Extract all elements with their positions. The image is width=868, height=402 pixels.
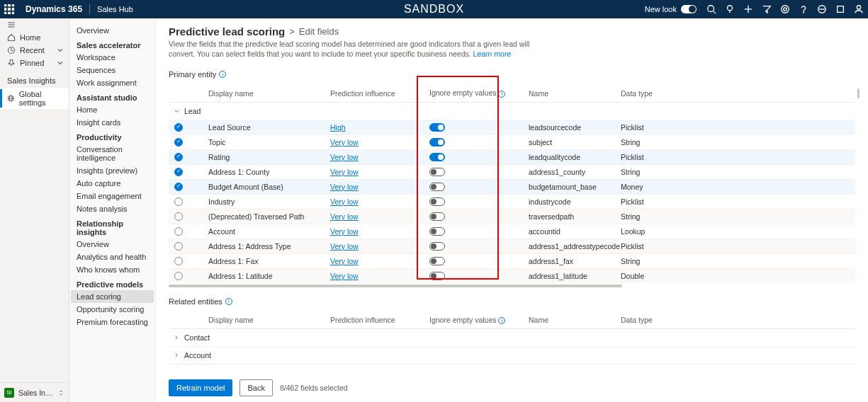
row-checkbox[interactable] <box>174 242 183 251</box>
group-row-contact[interactable]: Contact <box>169 329 855 346</box>
row-checkbox[interactable] <box>174 227 183 236</box>
subnav-opportunity-scoring[interactable]: Opportunity scoring <box>71 303 154 316</box>
field-row[interactable]: Industry Very low industrycode Picklist <box>169 194 855 209</box>
subnav-work-assignment[interactable]: Work assignment <box>71 76 154 89</box>
row-influence-link[interactable]: Very low <box>330 227 359 236</box>
group-row-lead[interactable]: Lead <box>169 103 855 120</box>
row-influence-link[interactable]: High <box>330 123 346 132</box>
info-icon[interactable]: i <box>498 317 505 324</box>
new-look-toggle[interactable]: New look <box>639 5 702 13</box>
field-row[interactable]: Rating Very low leadqualitycode Picklist <box>169 149 855 164</box>
new-look-toggle-switch[interactable] <box>681 5 697 13</box>
back-button[interactable]: Back <box>239 379 272 396</box>
row-checkbox[interactable] <box>174 257 183 265</box>
ignore-empty-toggle[interactable] <box>429 138 445 147</box>
add-icon[interactable] <box>739 0 757 18</box>
row-influence-link[interactable]: Very low <box>330 183 359 191</box>
ignore-empty-toggle[interactable] <box>429 183 445 191</box>
subnav-premium-forecasting[interactable]: Premium forecasting <box>71 316 154 328</box>
search-icon[interactable] <box>702 0 721 18</box>
subnav-overview[interactable]: Overview <box>71 24 154 37</box>
app-name[interactable]: Dynamics 365 <box>18 4 89 14</box>
row-checkbox[interactable] <box>174 212 183 221</box>
info-icon[interactable]: i <box>498 91 505 98</box>
ignore-empty-toggle[interactable] <box>429 123 445 132</box>
field-row[interactable]: Address 1: Latitude Very low address1_la… <box>169 268 855 283</box>
subnav-insight-cards[interactable]: Insight cards <box>71 116 154 129</box>
subnav-email-engagement[interactable]: Email engagement <box>71 190 154 202</box>
settings-icon[interactable] <box>776 0 794 18</box>
ignore-empty-toggle[interactable] <box>429 257 445 265</box>
row-checkbox[interactable] <box>174 123 183 132</box>
svg-rect-4 <box>9 8 10 10</box>
field-row[interactable]: Budget Amount (Base) Very low budgetamou… <box>169 179 855 194</box>
row-influence-link[interactable]: Very low <box>330 153 359 161</box>
row-influence-link[interactable]: Very low <box>330 257 359 265</box>
footer-bar: Retrain model Back 8/462 fields selected <box>169 372 855 402</box>
group-row-account[interactable]: Account <box>169 346 855 364</box>
ignore-empty-toggle[interactable] <box>429 227 445 236</box>
row-checkbox[interactable] <box>174 272 183 280</box>
screenshot-icon[interactable] <box>831 0 850 18</box>
area-switcher[interactable]: SI Sales Insights sett… <box>0 382 69 402</box>
row-checkbox[interactable] <box>174 153 183 161</box>
row-display: Account <box>188 227 330 236</box>
row-influence-link[interactable]: Very low <box>330 242 359 251</box>
field-row[interactable]: Lead Source High leadsourcecode Picklist <box>169 120 855 134</box>
subnav-workspace[interactable]: Workspace <box>71 51 154 64</box>
ignore-empty-toggle[interactable] <box>429 153 445 161</box>
info-icon[interactable]: i <box>225 298 232 305</box>
lightbulb-icon[interactable] <box>721 0 739 18</box>
subnav-rel-overview[interactable]: Overview <box>71 238 154 251</box>
support-icon[interactable] <box>813 0 831 18</box>
row-influence-link[interactable]: Very low <box>330 197 359 206</box>
row-checkbox[interactable] <box>174 197 183 206</box>
row-checkbox[interactable] <box>174 183 183 191</box>
rail-recent[interactable]: Recent <box>0 44 69 57</box>
subnav-home[interactable]: Home <box>71 103 154 116</box>
filter-icon[interactable] <box>757 0 776 18</box>
scrollbar-thumb[interactable] <box>857 88 859 98</box>
retrain-model-button[interactable]: Retrain model <box>169 379 232 396</box>
field-row[interactable]: Address 1: Fax Very low address1_fax Str… <box>169 253 855 268</box>
rail-home[interactable]: Home <box>0 31 69 44</box>
hub-name[interactable]: Sales Hub <box>90 5 140 13</box>
row-influence-link[interactable]: Very low <box>330 138 359 147</box>
subnav-who-knows-whom[interactable]: Who knows whom <box>71 263 154 276</box>
help-icon[interactable] <box>794 0 813 18</box>
row-checkbox[interactable] <box>174 138 183 147</box>
row-checkbox[interactable] <box>174 168 183 176</box>
row-influence-link[interactable]: Very low <box>330 212 359 221</box>
field-row[interactable]: Topic Very low subject String <box>169 134 855 149</box>
rail-pinned[interactable]: Pinned <box>0 57 69 69</box>
subnav-conversation-intel[interactable]: Conversation intelligence <box>71 143 154 164</box>
field-row[interactable]: (Deprecated) Traversed Path Very low tra… <box>169 209 855 224</box>
subnav-insights-preview[interactable]: Insights (preview) <box>71 164 154 177</box>
ignore-empty-toggle[interactable] <box>429 212 445 221</box>
ignore-empty-toggle[interactable] <box>429 168 445 176</box>
row-influence-link[interactable]: Very low <box>330 168 359 176</box>
horizontal-scrollbar[interactable] <box>169 285 622 287</box>
rail-global-settings[interactable]: Global settings <box>0 88 69 109</box>
field-row[interactable]: Address 1: Address Type Very low address… <box>169 239 855 253</box>
ignore-empty-toggle[interactable] <box>429 242 445 251</box>
globe-icon <box>7 94 15 103</box>
subnav-sequences[interactable]: Sequences <box>71 64 154 76</box>
account-icon[interactable] <box>850 0 868 18</box>
subnav-analytics-health[interactable]: Analytics and health <box>71 251 154 263</box>
learn-more-link[interactable]: Learn more <box>473 50 512 58</box>
rail-recent-label: Recent <box>20 46 45 54</box>
subnav-notes-analysis[interactable]: Notes analysis <box>71 202 154 215</box>
collapse-rail-button[interactable] <box>0 18 69 31</box>
row-display: Budget Amount (Base) <box>188 183 330 191</box>
ignore-empty-toggle[interactable] <box>429 272 445 280</box>
subnav-lead-scoring[interactable]: Lead scoring <box>71 290 154 303</box>
subnav-auto-capture[interactable]: Auto capture <box>71 177 154 190</box>
field-row[interactable]: Account Very low accountid Lookup <box>169 224 855 239</box>
svg-rect-5 <box>13 8 14 10</box>
field-row[interactable]: Address 1: County Very low address1_coun… <box>169 164 855 179</box>
app-launcher-icon[interactable] <box>0 0 18 18</box>
ignore-empty-toggle[interactable] <box>429 197 445 206</box>
info-icon[interactable]: i <box>219 71 226 78</box>
row-influence-link[interactable]: Very low <box>330 272 359 280</box>
